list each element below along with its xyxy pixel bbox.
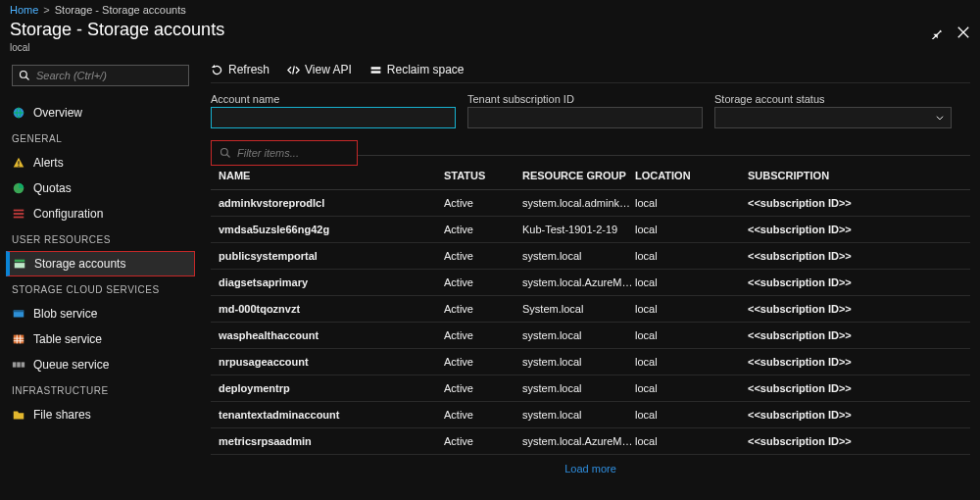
breadcrumb: Home > Storage - Storage accounts xyxy=(0,0,980,18)
cell-loc: local xyxy=(635,250,748,262)
table-row[interactable]: adminkvstoreprodlclActivesystem.local.ad… xyxy=(211,190,970,217)
cell-rg: system.local xyxy=(522,409,635,421)
cell-status: Active xyxy=(444,329,522,341)
cell-sub: <<subscription ID>> xyxy=(748,250,973,262)
toolbar: Refresh View API Reclaim space xyxy=(211,63,970,83)
table-row[interactable]: wasphealthaccountActivesystem.locallocal… xyxy=(211,323,970,349)
table-row[interactable]: deploymentrpActivesystem.locallocal<<sub… xyxy=(211,375,970,402)
table-filter-placeholder: Filter items... xyxy=(237,147,299,159)
cell-rg: Kub-Test-1901-2-19 xyxy=(522,224,635,235)
sidebar-item-label: Storage accounts xyxy=(34,257,125,271)
cell-status: Active xyxy=(444,197,522,209)
col-sub[interactable]: SUBSCRIPTION xyxy=(748,170,973,181)
view-api-label: View API xyxy=(305,63,352,76)
account-name-input[interactable] xyxy=(211,107,456,128)
storage-icon xyxy=(13,257,26,271)
filter-status: Storage account status xyxy=(714,93,952,128)
svg-rect-7 xyxy=(14,213,24,215)
sidebar-item-overview[interactable]: Overview xyxy=(6,100,195,125)
fileshare-icon xyxy=(12,408,25,422)
table-row[interactable]: publicsystemportalActivesystem.localloca… xyxy=(211,243,970,270)
queue-icon xyxy=(12,358,25,372)
pin-icon[interactable] xyxy=(929,25,943,39)
page-subtitle: local xyxy=(10,42,224,53)
cell-loc: local xyxy=(635,409,748,421)
sidebar-item-label: Alerts xyxy=(33,156,64,170)
col-rg[interactable]: RESOURCE GROUP xyxy=(522,170,635,181)
svg-rect-9 xyxy=(15,260,25,263)
col-status[interactable]: STATUS xyxy=(444,170,522,181)
sidebar-item-table-service[interactable]: Table service xyxy=(6,326,195,352)
sidebar-item-configuration[interactable]: Configuration xyxy=(6,201,195,226)
breadcrumb-sep: > xyxy=(43,4,49,16)
svg-rect-12 xyxy=(14,311,24,313)
view-api-button[interactable]: View API xyxy=(287,63,352,76)
svg-rect-6 xyxy=(14,210,24,212)
sidebar-item-blob-service[interactable]: Blob service xyxy=(6,301,195,326)
svg-point-0 xyxy=(21,72,27,78)
sidebar-item-label: File shares xyxy=(33,408,91,422)
sidebar-item-queue-service[interactable]: Queue service xyxy=(6,352,195,377)
status-dropdown[interactable] xyxy=(714,107,952,128)
table-row[interactable]: md-000tqoznvztActiveSystem.locallocal<<s… xyxy=(211,296,970,323)
svg-rect-10 xyxy=(15,263,25,268)
table-row[interactable]: nrpusageaccountActivesystem.locallocal<<… xyxy=(211,349,970,375)
cell-sub: <<subscription ID>> xyxy=(748,329,973,341)
load-more-link[interactable]: Load more xyxy=(211,455,970,482)
svg-rect-18 xyxy=(370,71,380,73)
refresh-button[interactable]: Refresh xyxy=(211,63,270,76)
globe-icon xyxy=(12,106,25,120)
col-loc[interactable]: LOCATION xyxy=(635,170,748,181)
filter-tenant: Tenant subscription ID xyxy=(467,93,703,128)
sidebar-item-storage-accounts[interactable]: Storage accounts xyxy=(6,251,195,276)
breadcrumb-current: Storage - Storage accounts xyxy=(55,4,186,16)
cell-name: adminkvstoreprodlcl xyxy=(219,197,444,209)
cell-name: deploymentrp xyxy=(219,382,444,394)
cell-status: Active xyxy=(444,250,522,262)
cell-name: md-000tqoznvzt xyxy=(219,303,444,315)
svg-rect-13 xyxy=(14,335,24,344)
sidebar-group-label: INFRASTRUCTURE xyxy=(12,385,189,396)
svg-rect-14 xyxy=(13,362,17,367)
tenant-subscription-input[interactable] xyxy=(467,107,703,128)
table-row[interactable]: metricsrpsaadminActivesystem.local.Azure… xyxy=(211,428,970,455)
table-header: NAME STATUS RESOURCE GROUP LOCATION SUBS… xyxy=(211,162,970,190)
config-icon xyxy=(12,207,25,221)
table-row[interactable]: tenantextadminaccountActivesystem.locall… xyxy=(211,402,970,428)
cell-name: publicsystemportal xyxy=(219,250,444,262)
blob-icon xyxy=(12,307,25,321)
sidebar-item-file-shares[interactable]: File shares xyxy=(6,402,195,427)
svg-line-1 xyxy=(26,77,29,80)
cell-rg: system.local.AzureMon... xyxy=(522,435,635,447)
quotas-icon xyxy=(12,181,25,195)
svg-rect-8 xyxy=(14,217,24,219)
cell-sub: <<subscription ID>> xyxy=(748,303,973,315)
cell-name: tenantextadminaccount xyxy=(219,409,444,421)
sidebar-item-label: Quotas xyxy=(33,181,72,195)
cell-loc: local xyxy=(635,303,748,315)
cell-loc: local xyxy=(635,224,748,235)
breadcrumb-home[interactable]: Home xyxy=(10,4,38,16)
divider xyxy=(358,155,970,156)
table-row[interactable]: diagsetsaprimaryActivesystem.local.Azure… xyxy=(211,270,970,296)
page-title: Storage - Storage accounts xyxy=(10,20,224,40)
reclaim-icon xyxy=(369,64,382,76)
sidebar-group-label: USER RESOURCES xyxy=(12,234,189,245)
table-row[interactable]: vmdsa5uzsle66ng42gActiveKub-Test-1901-2-… xyxy=(211,217,970,243)
cell-sub: <<subscription ID>> xyxy=(748,276,973,288)
reclaim-space-button[interactable]: Reclaim space xyxy=(369,63,465,76)
sidebar: Search (Ctrl+/) Overview GENERALAlertsQu… xyxy=(0,59,201,500)
cell-name: diagsetsaprimary xyxy=(219,276,444,288)
sidebar-item-alerts[interactable]: Alerts xyxy=(6,150,195,175)
sidebar-item-label: Overview xyxy=(33,106,82,120)
sidebar-search[interactable]: Search (Ctrl+/) xyxy=(12,65,189,86)
sidebar-item-quotas[interactable]: Quotas xyxy=(6,175,195,201)
col-name[interactable]: NAME xyxy=(219,170,444,181)
cell-rg: system.local xyxy=(522,329,635,341)
cell-sub: <<subscription ID>> xyxy=(748,224,973,235)
close-icon[interactable] xyxy=(956,25,970,39)
filter-status-label: Storage account status xyxy=(714,93,952,105)
cell-sub: <<subscription ID>> xyxy=(748,356,973,368)
cell-rg: system.local.AzureMon... xyxy=(522,276,635,288)
filter-tenant-label: Tenant subscription ID xyxy=(467,93,703,105)
